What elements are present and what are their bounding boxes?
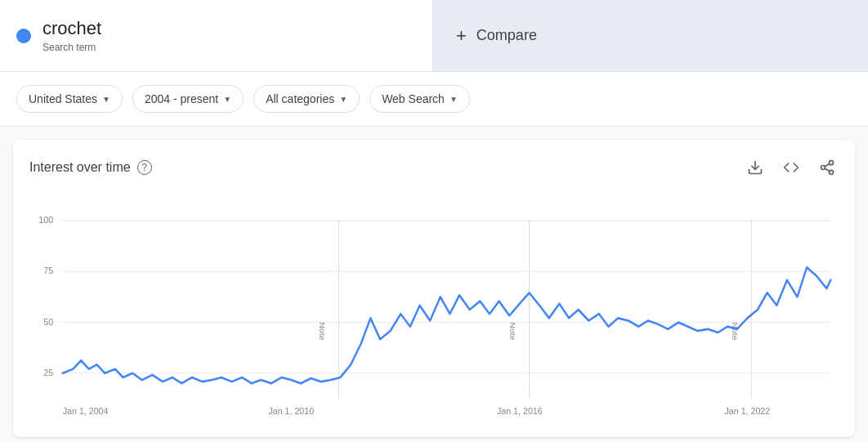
svg-line-4 [825, 168, 830, 171]
download-icon [747, 159, 763, 176]
note-text-3: Note [731, 323, 740, 341]
trend-chart: 100 75 50 25 Note Note Note Jan 1, 2004 … [29, 195, 839, 424]
interest-trend-line [63, 267, 831, 383]
compare-plus-icon: + [456, 25, 467, 47]
category-filter-label: All categories [266, 92, 334, 105]
category-filter[interactable]: All categories ▼ [253, 85, 360, 113]
chart-actions [744, 156, 839, 179]
search-type-filter[interactable]: Web Search ▼ [369, 85, 470, 113]
x-label-2022: Jan 1, 2022 [725, 405, 771, 415]
time-chevron-icon: ▼ [223, 95, 231, 104]
time-filter[interactable]: 2004 - present ▼ [132, 85, 244, 113]
top-bar: crochet Search term + Compare [0, 0, 868, 72]
embed-button[interactable] [780, 156, 803, 179]
search-type-chevron-icon: ▼ [450, 95, 458, 104]
chart-header: Interest over time ? [29, 156, 839, 179]
search-term-type: Search term [43, 42, 101, 53]
x-label-2016: Jan 1, 2016 [497, 405, 543, 415]
chart-container: 100 75 50 25 Note Note Note Jan 1, 2004 … [29, 195, 839, 424]
region-chevron-icon: ▼ [102, 95, 110, 104]
y-label-100: 100 [38, 215, 53, 225]
x-label-2004: Jan 1, 2004 [63, 405, 109, 415]
embed-icon [783, 159, 799, 176]
note-text-2: Note [508, 323, 517, 341]
compare-label: Compare [477, 27, 537, 44]
help-icon-text: ? [141, 162, 147, 173]
filters-bar: United States ▼ 2004 - present ▼ All cat… [0, 72, 868, 127]
compare-box[interactable]: + Compare [433, 0, 868, 71]
search-dot-indicator [16, 29, 31, 43]
svg-line-5 [825, 163, 830, 166]
y-label-25: 25 [43, 368, 53, 377]
x-label-2010: Jan 1, 2010 [268, 405, 314, 415]
note-text-1: Note [318, 323, 327, 341]
search-term-text: crochet Search term [43, 18, 101, 52]
y-label-75: 75 [43, 266, 53, 275]
region-filter-label: United States [29, 92, 97, 105]
help-icon[interactable]: ? [137, 160, 152, 175]
category-chevron-icon: ▼ [339, 95, 347, 104]
search-type-filter-label: Web Search [382, 92, 445, 105]
chart-title-area: Interest over time ? [29, 160, 152, 175]
share-button[interactable] [816, 156, 839, 179]
y-label-50: 50 [43, 316, 53, 326]
chart-section: Interest over time ? [13, 140, 855, 437]
search-term-box: crochet Search term [0, 0, 433, 71]
search-term-name: crochet [43, 18, 101, 39]
time-filter-label: 2004 - present [145, 92, 218, 105]
download-button[interactable] [744, 156, 767, 179]
region-filter[interactable]: United States ▼ [16, 85, 123, 113]
chart-title: Interest over time [29, 160, 131, 175]
share-icon [819, 159, 835, 176]
